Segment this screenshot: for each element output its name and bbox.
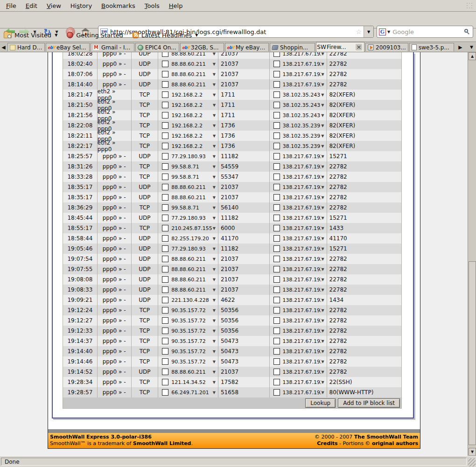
destination-ip-checkbox[interactable] [273,297,280,303]
source-ip-dropdown-icon[interactable]: ▼ [213,237,216,241]
scrollbar-thumb[interactable] [469,261,476,445]
destination-ip-checkbox[interactable] [273,245,280,252]
source-ip-dropdown-icon[interactable]: ▼ [213,247,216,251]
destination-ip-checkbox[interactable] [273,369,280,375]
destination-ip-checkbox[interactable] [273,276,280,283]
destination-ip-dropdown-icon[interactable]: ▼ [321,247,324,251]
destination-ip-checkbox[interactable] [273,52,280,57]
source-ip-checkbox[interactable] [162,184,168,190]
tab-epic4-on[interactable]: EPIC4 On... [135,43,179,51]
destination-ip-dropdown-icon[interactable]: ▼ [321,113,324,118]
destination-ip-dropdown-icon[interactable]: ▼ [321,267,324,272]
destination-ip-checkbox[interactable] [273,122,280,129]
source-ip-checkbox[interactable] [162,102,168,108]
destination-ip-dropdown-icon[interactable]: ▼ [321,370,324,374]
tab-2009103[interactable]: 2009103... [365,43,408,51]
scrollbar-up-button[interactable]: ▲ [469,52,476,60]
source-ip-checkbox[interactable] [162,71,168,77]
destination-ip-checkbox[interactable] [273,132,280,139]
source-ip-checkbox[interactable] [162,235,168,242]
menu-help[interactable]: Help [164,1,188,11]
menu-tools[interactable]: Tools [140,1,164,11]
source-ip-dropdown-icon[interactable]: ▼ [213,206,216,210]
destination-ip-checkbox[interactable] [273,143,280,149]
destination-ip-checkbox[interactable] [273,338,280,344]
source-ip-dropdown-icon[interactable]: ▼ [213,360,216,364]
destination-ip-checkbox[interactable] [273,317,280,324]
source-ip-checkbox[interactable] [162,297,168,303]
tab-my-ebay[interactable]: ebYMy eBay ... [225,43,269,51]
destination-ip-dropdown-icon[interactable]: ▼ [321,175,324,179]
source-ip-checkbox[interactable] [162,389,168,396]
destination-ip-dropdown-icon[interactable]: ▼ [321,329,324,333]
menu-bookmarks[interactable]: Bookmarks [97,1,140,11]
source-ip-checkbox[interactable] [162,266,168,272]
destination-ip-dropdown-icon[interactable]: ▼ [321,124,324,128]
destination-ip-dropdown-icon[interactable]: ▼ [321,103,324,107]
source-ip-checkbox[interactable] [162,153,168,160]
source-ip-dropdown-icon[interactable]: ▼ [213,103,216,107]
source-ip-checkbox[interactable] [162,91,168,98]
source-ip-checkbox[interactable] [162,286,168,293]
destination-ip-checkbox[interactable] [273,389,280,396]
destination-ip-checkbox[interactable] [273,204,280,211]
destination-ip-checkbox[interactable] [273,286,280,293]
menu-file[interactable]: File [1,1,21,11]
tab-hard-dri[interactable]: Hard Dri... [7,43,45,51]
source-ip-dropdown-icon[interactable]: ▼ [213,134,216,138]
destination-ip-checkbox[interactable] [273,163,280,170]
destination-ip-checkbox[interactable] [273,348,280,355]
add-to-ip-block-list-button[interactable]: Add to IP block list [338,398,400,408]
destination-ip-dropdown-icon[interactable]: ▼ [321,83,324,87]
source-ip-checkbox[interactable] [162,143,168,149]
destination-ip-dropdown-icon[interactable]: ▼ [321,360,324,364]
source-ip-dropdown-icon[interactable]: ▼ [213,319,216,323]
destination-ip-dropdown-icon[interactable]: ▼ [321,52,324,56]
source-ip-checkbox[interactable] [162,225,168,231]
resize-grip[interactable] [468,458,476,467]
destination-ip-dropdown-icon[interactable]: ▼ [321,144,324,148]
menu-history[interactable]: History [66,1,97,11]
destination-ip-checkbox[interactable] [273,102,280,108]
source-ip-dropdown-icon[interactable]: ▼ [213,175,216,179]
destination-ip-dropdown-icon[interactable]: ▼ [321,308,324,313]
source-ip-dropdown-icon[interactable]: ▼ [213,216,216,220]
destination-ip-checkbox[interactable] [273,235,280,242]
source-ip-checkbox[interactable] [162,328,168,334]
destination-ip-checkbox[interactable] [273,379,280,385]
destination-ip-dropdown-icon[interactable]: ▼ [321,390,324,395]
source-ip-dropdown-icon[interactable]: ▼ [213,113,216,118]
tab-list-dropdown-button[interactable]: ▼ [468,43,475,51]
source-ip-checkbox[interactable] [162,276,168,283]
destination-ip-dropdown-icon[interactable]: ▼ [321,339,324,343]
destination-ip-dropdown-icon[interactable]: ▼ [321,319,324,323]
source-ip-checkbox[interactable] [162,174,168,180]
bookmark-item-latest-headlines[interactable]: Latest Headlines▼ [133,32,198,39]
destination-ip-dropdown-icon[interactable]: ▼ [321,62,324,66]
destination-ip-checkbox[interactable] [273,153,280,160]
source-ip-dropdown-icon[interactable]: ▼ [213,72,216,77]
source-ip-dropdown-icon[interactable]: ▼ [213,329,216,333]
source-ip-checkbox[interactable] [162,317,168,324]
source-ip-checkbox[interactable] [162,61,168,67]
source-ip-dropdown-icon[interactable]: ▼ [213,349,216,354]
source-ip-dropdown-icon[interactable]: ▼ [213,288,216,292]
destination-ip-checkbox[interactable] [273,91,280,98]
destination-ip-dropdown-icon[interactable]: ▼ [321,154,324,159]
destination-ip-dropdown-icon[interactable]: ▼ [321,93,324,97]
destination-ip-checkbox[interactable] [273,81,280,88]
menu-edit[interactable]: Edit [21,1,42,11]
source-ip-dropdown-icon[interactable]: ▼ [213,308,216,313]
source-ip-dropdown-icon[interactable]: ▼ [213,93,216,97]
source-ip-dropdown-icon[interactable]: ▼ [213,52,216,56]
tab-swe3-5-p[interactable]: swe3-5.p... [409,43,454,51]
vertical-scrollbar[interactable]: ▲ ▼ [468,52,476,456]
destination-ip-dropdown-icon[interactable]: ▼ [321,288,324,292]
source-ip-dropdown-icon[interactable]: ▼ [213,370,216,374]
source-ip-checkbox[interactable] [162,81,168,88]
destination-ip-checkbox[interactable] [273,174,280,180]
destination-ip-checkbox[interactable] [273,328,280,334]
source-ip-dropdown-icon[interactable]: ▼ [213,165,216,169]
tab-ebay-sel[interactable]: ebYeBay Sel... [46,43,90,51]
destination-ip-dropdown-icon[interactable]: ▼ [321,195,324,200]
